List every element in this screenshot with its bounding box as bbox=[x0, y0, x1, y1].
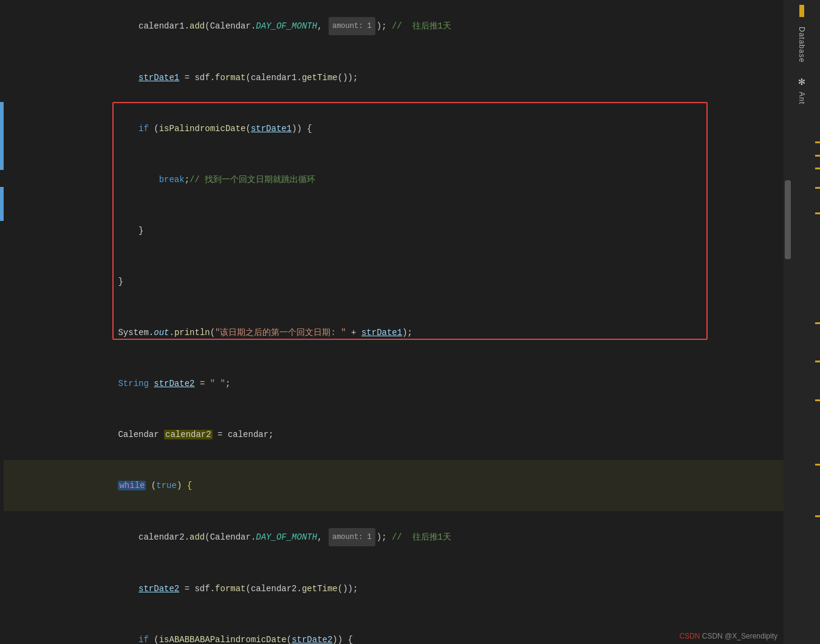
code-line-9: Calendar calendar2 = calendar; bbox=[0, 409, 820, 460]
line-content-10: while (true) { bbox=[36, 460, 820, 511]
line-content-8: String strDate2 = " "; bbox=[36, 358, 820, 409]
gutter-marker-3 bbox=[0, 136, 4, 153]
gutter-marker-1 bbox=[0, 102, 4, 119]
database-label[interactable]: Database bbox=[798, 27, 806, 63]
line-content-4: break;// 找到一个回文日期就跳出循环 bbox=[36, 154, 820, 205]
code-line-5: } bbox=[0, 205, 820, 256]
user-text: CSDN @X_Serendipity bbox=[702, 632, 777, 640]
code-line-10: while (true) { bbox=[0, 460, 820, 511]
scroll-markers bbox=[815, 0, 820, 644]
line-content-2: strDate1 = sdf.format(calendar1.getTime(… bbox=[36, 52, 820, 103]
ant-label[interactable]: Ant bbox=[798, 92, 806, 104]
gutter-marker-6 bbox=[0, 204, 4, 221]
code-container: calendar1.add(Calendar.DAY_OF_MONTH, amo… bbox=[0, 0, 820, 644]
line-content-1: calendar1.add(Calendar.DAY_OF_MONTH, amo… bbox=[36, 0, 820, 52]
hint-box-amount2: amount: 1 bbox=[329, 528, 375, 546]
line-content-6: } bbox=[36, 256, 820, 307]
gutter-marker-2 bbox=[0, 119, 4, 136]
scroll-marker-6 bbox=[815, 322, 820, 324]
hint-box-amount: amount: 1 bbox=[329, 17, 375, 35]
gutter-marker-5 bbox=[0, 187, 4, 204]
scroll-marker-2 bbox=[815, 155, 820, 157]
scroll-marker-8 bbox=[815, 399, 820, 401]
scroll-marker-4 bbox=[815, 187, 820, 189]
line-content-7: System.out.println("该日期之后的第一个回文日期: " + s… bbox=[36, 307, 820, 358]
csdn-text: CSDN bbox=[679, 632, 700, 640]
ant-icon[interactable]: ✻ bbox=[799, 75, 805, 88]
footer-label: CSDN CSDN @X_Serendipity bbox=[679, 632, 777, 640]
top-indicator bbox=[799, 5, 804, 17]
code-line-3: if (isPalindromicDate(strDate1)) { bbox=[0, 103, 820, 154]
line-content-12: strDate2 = sdf.format(calendar2.getTime(… bbox=[36, 563, 820, 614]
code-line-4: break;// 找到一个回文日期就跳出循环 bbox=[0, 154, 820, 205]
scroll-marker-1 bbox=[815, 141, 820, 143]
scroll-marker-10 bbox=[815, 515, 820, 517]
editor-gutter bbox=[0, 0, 4, 644]
code-line-2: strDate1 = sdf.format(calendar1.getTime(… bbox=[0, 52, 820, 103]
scroll-marker-3 bbox=[815, 168, 820, 169]
code-line-8: String strDate2 = " "; bbox=[0, 358, 820, 409]
scroll-marker-9 bbox=[815, 464, 820, 466]
scrollbar-thumb[interactable] bbox=[785, 180, 791, 259]
line-content-5: } bbox=[36, 205, 820, 256]
line-content-11: calendar2.add(Calendar.DAY_OF_MONTH, amo… bbox=[36, 511, 820, 563]
scroll-marker-5 bbox=[815, 212, 820, 214]
line-content-3: if (isPalindromicDate(strDate1)) { bbox=[36, 103, 820, 154]
code-line-6: } bbox=[0, 256, 820, 307]
line-content-9: Calendar calendar2 = calendar; bbox=[36, 409, 820, 460]
calendar2-highlight: calendar2 bbox=[164, 430, 213, 439]
code-line-7: System.out.println("该日期之后的第一个回文日期: " + s… bbox=[0, 307, 820, 358]
vertical-scrollbar[interactable] bbox=[784, 0, 792, 644]
gutter-marker-4 bbox=[0, 153, 4, 170]
scroll-marker-7 bbox=[815, 361, 820, 362]
code-line-11: calendar2.add(Calendar.DAY_OF_MONTH, amo… bbox=[0, 511, 820, 563]
right-panel: Database ✻ Ant bbox=[784, 0, 820, 644]
editor-area: calendar1.add(Calendar.DAY_OF_MONTH, amo… bbox=[0, 0, 820, 644]
code-line-12: strDate2 = sdf.format(calendar2.getTime(… bbox=[0, 563, 820, 614]
code-line-1: calendar1.add(Calendar.DAY_OF_MONTH, amo… bbox=[0, 0, 820, 52]
